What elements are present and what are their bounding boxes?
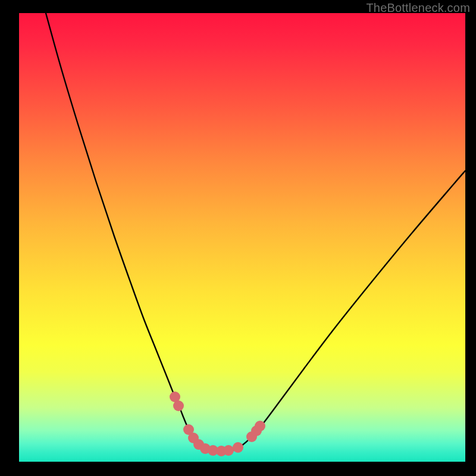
curve-marker [233, 442, 243, 453]
curve-marker [255, 421, 265, 431]
watermark-text: TheBottleneck.com [366, 1, 470, 15]
bottleneck-curve [46, 13, 465, 451]
chart-frame: TheBottleneck.com [0, 0, 476, 476]
chart-plot-area [19, 13, 465, 462]
curve-svg [19, 13, 465, 462]
curve-marker [223, 445, 234, 456]
curve-marker [173, 400, 184, 411]
curve-markers [170, 392, 265, 456]
